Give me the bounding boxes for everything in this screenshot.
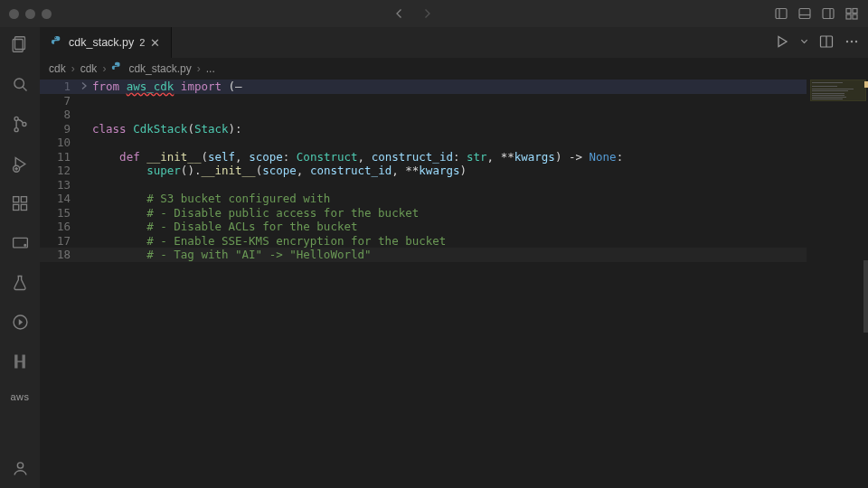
minimize-window-button[interactable] <box>25 9 35 19</box>
run-file-icon[interactable] <box>775 34 789 52</box>
close-window-button[interactable] <box>9 9 19 19</box>
svg-rect-10 <box>15 37 25 50</box>
source-control-icon[interactable] <box>11 115 30 136</box>
chevron-right-icon: › <box>71 62 75 75</box>
svg-point-29 <box>846 40 848 42</box>
split-editor-icon[interactable] <box>819 34 834 52</box>
svg-rect-4 <box>823 9 834 19</box>
explorer-icon[interactable] <box>10 34 30 57</box>
panel-toggle-bottom-icon[interactable] <box>797 6 812 21</box>
python-file-icon <box>51 35 63 51</box>
tab-dirty-indicator: 2 <box>139 37 145 48</box>
editor-group: cdk_stack.py 2 ✕ cdk › cdk › cdk_stack.p… <box>40 27 868 488</box>
zoom-window-button[interactable] <box>42 9 52 19</box>
nav-forward-icon[interactable] <box>420 6 434 21</box>
tab-filename: cdk_stack.py <box>69 36 134 49</box>
tab-cdk-stack[interactable]: cdk_stack.py 2 ✕ <box>40 27 172 58</box>
svg-rect-0 <box>776 9 787 19</box>
window-titlebar <box>0 0 868 27</box>
svg-rect-19 <box>13 204 18 210</box>
minimap-warning-marker <box>864 81 868 88</box>
breadcrumb-file[interactable]: cdk_stack.py <box>128 62 191 75</box>
panel-toggle-left-icon[interactable] <box>774 6 788 21</box>
run-dropdown-icon[interactable] <box>800 34 808 52</box>
svg-rect-8 <box>846 14 851 19</box>
tab-close-icon[interactable]: ✕ <box>150 36 160 50</box>
breadcrumb-seg[interactable]: cdk <box>49 62 66 75</box>
svg-rect-7 <box>853 9 857 14</box>
extensions-icon[interactable] <box>11 194 30 216</box>
vertical-scrollbar-thumb[interactable] <box>863 260 868 333</box>
svg-line-13 <box>23 87 26 90</box>
search-icon[interactable] <box>11 75 30 97</box>
editor-pane[interactable]: 1789101112131415161718 from aws_cdk impo… <box>40 80 868 488</box>
svg-point-15 <box>14 128 18 132</box>
svg-point-25 <box>17 463 23 468</box>
layout-grid-icon[interactable] <box>844 6 859 21</box>
breadcrumb[interactable]: cdk › cdk › cdk_stack.py › ... <box>40 58 868 80</box>
python-file-icon <box>111 61 123 76</box>
svg-point-31 <box>855 40 857 42</box>
svg-rect-21 <box>21 197 26 202</box>
svg-rect-6 <box>846 9 851 14</box>
testing-icon[interactable] <box>11 274 29 295</box>
svg-point-14 <box>14 117 18 120</box>
svg-point-12 <box>14 79 24 89</box>
svg-rect-20 <box>21 204 26 210</box>
chevron-right-icon: › <box>102 62 106 75</box>
code-content[interactable]: from aws_cdk import (— class CdkStack(St… <box>92 80 868 488</box>
nav-back-icon[interactable] <box>392 6 407 21</box>
line-number-gutter: 1789101112131415161718 <box>40 80 80 488</box>
svg-point-16 <box>22 122 25 126</box>
breadcrumb-seg[interactable]: cdk <box>80 62 98 75</box>
accounts-icon[interactable] <box>11 459 30 481</box>
svg-rect-18 <box>13 197 18 202</box>
breadcrumb-tail[interactable]: ... <box>206 62 215 75</box>
minimap[interactable] <box>808 80 868 488</box>
window-controls[interactable] <box>9 9 52 19</box>
hashicorp-icon[interactable] <box>11 352 29 373</box>
fold-gutter[interactable] <box>80 80 92 488</box>
run-debug-icon[interactable] <box>11 155 30 176</box>
remote-icon[interactable] <box>11 234 30 256</box>
svg-point-30 <box>851 40 853 42</box>
tab-bar: cdk_stack.py 2 ✕ <box>40 27 868 58</box>
editor-more-icon[interactable] <box>844 34 859 52</box>
aws-toolkit-icon[interactable]: aws <box>10 391 29 402</box>
svg-point-26 <box>55 36 56 37</box>
references-icon[interactable] <box>11 313 30 334</box>
svg-rect-9 <box>853 14 857 19</box>
panel-toggle-right-icon[interactable] <box>821 6 835 21</box>
chevron-right-icon: › <box>197 62 201 75</box>
svg-rect-11 <box>13 40 23 52</box>
svg-rect-2 <box>799 9 810 19</box>
activity-bar: aws <box>0 27 40 488</box>
fold-collapsed-icon[interactable] <box>80 81 89 90</box>
svg-point-23 <box>24 244 25 246</box>
